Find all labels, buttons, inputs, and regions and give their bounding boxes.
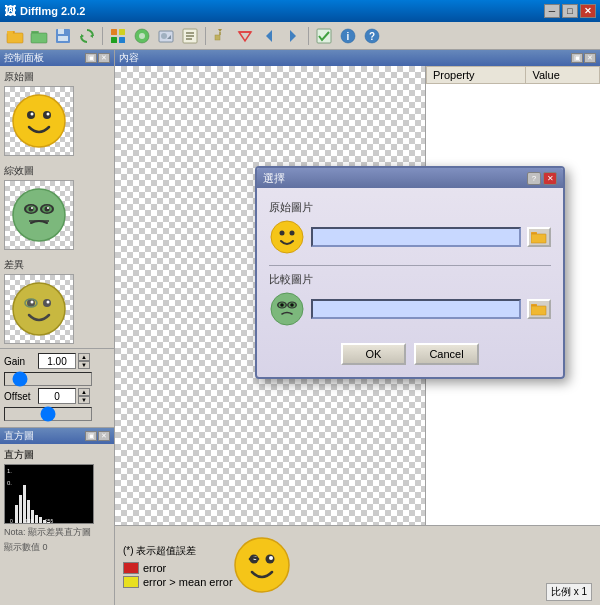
svg-marker-25 xyxy=(218,29,222,32)
title-bar-buttons: ─ □ ✕ xyxy=(544,4,596,18)
toolbar-btn-7[interactable] xyxy=(155,25,177,47)
diff-section: 差異 xyxy=(0,254,114,348)
save-btn[interactable] xyxy=(52,25,74,47)
histogram-title-bar: 直方圖 ▣ ✕ xyxy=(0,428,114,444)
error-legend-label: error xyxy=(143,562,166,574)
svg-point-15 xyxy=(139,33,145,39)
help-btn[interactable]: ? xyxy=(361,25,383,47)
legend-title: (*) 表示超值誤差 xyxy=(123,544,233,558)
svg-point-38 xyxy=(31,113,34,116)
histogram-note2: 顯示數值 0 xyxy=(4,541,110,554)
maximize-button[interactable]: □ xyxy=(562,4,578,18)
svg-rect-56 xyxy=(5,465,94,524)
svg-text:1.: 1. xyxy=(7,468,12,474)
svg-point-54 xyxy=(47,301,50,304)
svg-rect-84 xyxy=(531,306,546,315)
offset-up-btn[interactable]: ▲ xyxy=(78,388,90,396)
gain-slider-row xyxy=(4,372,110,386)
histogram-svg: 1. 0. 0 128 255 xyxy=(5,465,94,524)
compare-browse-btn[interactable] xyxy=(527,299,551,319)
panel-title-btns: ▣ ✕ xyxy=(85,53,110,63)
gain-up-btn[interactable]: ▲ xyxy=(78,353,90,361)
panel-pin-btn[interactable]: ▣ xyxy=(85,53,97,63)
check-btn[interactable] xyxy=(313,25,335,47)
gain-down-btn[interactable]: ▼ xyxy=(78,361,90,369)
bottom-area: (*) 表示超值誤差 error error > mean error xyxy=(115,525,600,605)
forward-btn[interactable] xyxy=(282,25,304,47)
offset-slider[interactable] xyxy=(4,407,92,421)
gain-input[interactable] xyxy=(38,353,76,369)
error-legend-item: error xyxy=(123,562,233,574)
toolbar-btn-5[interactable] xyxy=(107,25,129,47)
svg-rect-3 xyxy=(31,31,39,33)
svg-rect-23 xyxy=(215,35,220,40)
compare-label: 綜效圖 xyxy=(4,164,34,178)
hist-close-btn[interactable]: ✕ xyxy=(98,431,110,441)
mean-error-legend-item: error > mean error xyxy=(123,576,233,588)
histogram-chart: 1. 0. 0 128 255 xyxy=(4,464,94,524)
svg-point-81 xyxy=(280,303,284,307)
control-panel-title: 控制面板 ▣ ✕ xyxy=(0,50,114,66)
offset-input[interactable] xyxy=(38,388,76,404)
svg-rect-10 xyxy=(111,29,117,35)
svg-rect-75 xyxy=(531,234,546,243)
svg-point-47 xyxy=(31,207,33,209)
svg-point-76 xyxy=(271,293,303,325)
offset-down-btn[interactable]: ▼ xyxy=(78,396,90,404)
close-button[interactable]: ✕ xyxy=(580,4,596,18)
original-thumbnail xyxy=(4,86,74,156)
svg-point-50 xyxy=(13,283,65,335)
toolbar-btn-6[interactable] xyxy=(131,25,153,47)
dialog-title-buttons: ? ✕ xyxy=(527,172,557,185)
toolbar-btn-10[interactable] xyxy=(234,25,256,47)
svg-rect-59 xyxy=(15,505,18,524)
toolbar-btn-8[interactable] xyxy=(179,25,201,47)
dialog-close-btn[interactable]: ✕ xyxy=(543,172,557,185)
content-area: 選擇 ? ✕ 原始圖片 xyxy=(115,66,600,525)
svg-rect-60 xyxy=(19,495,22,524)
info-btn[interactable]: i xyxy=(337,25,359,47)
dialog-cancel-btn[interactable]: Cancel xyxy=(414,343,479,365)
content-panel-header: 內容 ▣ ✕ xyxy=(115,50,600,66)
original-browse-btn[interactable] xyxy=(527,227,551,247)
svg-text:255: 255 xyxy=(45,518,54,524)
back-btn[interactable] xyxy=(258,25,280,47)
svg-rect-12 xyxy=(111,37,117,43)
dialog-separator xyxy=(269,265,551,266)
svg-rect-65 xyxy=(39,517,42,524)
dialog-body: 原始圖片 xyxy=(257,188,563,377)
original-path-input[interactable] xyxy=(311,227,521,247)
gain-label: Gain xyxy=(4,356,36,367)
svg-text:128: 128 xyxy=(25,518,34,524)
hist-pin-btn[interactable]: ▣ xyxy=(85,431,97,441)
panel-close-btn[interactable]: ✕ xyxy=(98,53,110,63)
gain-spinner: ▲ ▼ xyxy=(78,353,90,369)
compare-path-input[interactable] xyxy=(311,299,521,319)
dialog-help-btn[interactable]: ? xyxy=(527,172,541,185)
canvas-area[interactable]: 選擇 ? ✕ 原始圖片 xyxy=(115,66,425,525)
svg-point-71 xyxy=(271,221,303,253)
svg-rect-1 xyxy=(7,33,23,43)
content-pin-btn[interactable]: ▣ xyxy=(571,53,583,63)
compare-section: 綜效圖 xyxy=(0,160,114,254)
svg-marker-8 xyxy=(90,34,93,38)
offset-spinner: ▲ ▼ xyxy=(78,388,90,404)
refresh-btn[interactable] xyxy=(76,25,98,47)
toolbar-sep-2 xyxy=(205,27,206,45)
legend-area: (*) 表示超值誤差 error error > mean error xyxy=(123,544,233,588)
gain-slider[interactable] xyxy=(4,372,92,386)
app-title: DiffImg 2.0.2 xyxy=(20,5,85,17)
select-dialog: 選擇 ? ✕ 原始圖片 xyxy=(255,166,565,379)
properties-table: Property Value xyxy=(426,66,600,84)
offset-row: Offset ▲ ▼ xyxy=(4,388,110,404)
svg-rect-6 xyxy=(58,29,64,34)
dialog-ok-btn[interactable]: OK xyxy=(341,343,406,365)
dialog-title-label: 選擇 xyxy=(263,171,285,186)
content-panel-btns: ▣ ✕ xyxy=(571,53,596,63)
toolbar-btn-9[interactable] xyxy=(210,25,232,47)
minimize-button[interactable]: ─ xyxy=(544,4,560,18)
open-compare-btn[interactable] xyxy=(28,25,50,47)
open-original-btn[interactable] xyxy=(4,25,26,47)
content-close-btn[interactable]: ✕ xyxy=(584,53,596,63)
status-thumbnail xyxy=(233,536,293,596)
